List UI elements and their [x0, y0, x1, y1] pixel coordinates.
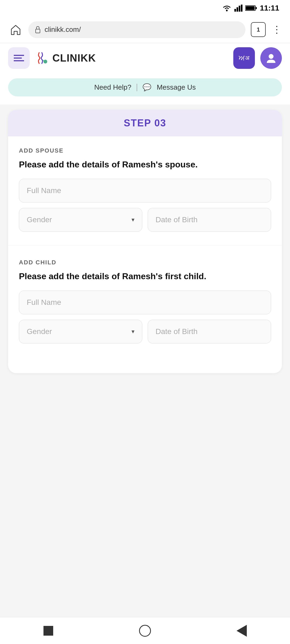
svg-rect-4: [241, 5, 242, 12]
spouse-section-description: Please add the details of Ramesh's spous…: [19, 159, 271, 171]
bottom-nav: [0, 617, 290, 644]
child-full-name-input[interactable]: [19, 291, 271, 314]
step-title: STEP 03: [124, 117, 166, 129]
spouse-full-name-input[interactable]: [19, 179, 271, 203]
status-icons: 11:11: [222, 4, 279, 12]
battery-icon: [245, 5, 257, 11]
child-dob-input[interactable]: Date of Birth: [148, 320, 271, 343]
menu-button[interactable]: [8, 47, 30, 69]
url-text: clinikk.com/: [45, 25, 81, 34]
nav-stop-button[interactable]: [39, 621, 58, 640]
status-time: 11:11: [260, 4, 279, 12]
child-section-description: Please add the details of Ramesh's first…: [19, 270, 271, 282]
language-icon: ਅ: [239, 54, 245, 62]
spouse-section-label: ADD SPOUSE: [19, 147, 271, 154]
child-gender-chevron-icon: ▾: [131, 328, 134, 335]
lock-icon: [35, 26, 41, 33]
child-gender-select[interactable]: Gender ▾: [19, 320, 142, 343]
spouse-gender-label: Gender: [27, 215, 52, 224]
tab-count-button[interactable]: 1: [251, 22, 266, 37]
whatsapp-icon: 💬: [143, 83, 151, 92]
message-us-text: Message Us: [157, 83, 196, 92]
status-bar: 11:11: [0, 0, 290, 16]
user-icon: [266, 53, 276, 63]
address-bar[interactable]: clinikk.com/: [28, 21, 245, 38]
help-banner[interactable]: Need Help? 💬 Message Us: [8, 78, 282, 96]
add-spouse-section: ADD SPOUSE Please add the details of Ram…: [8, 136, 282, 245]
step-card: STEP 03 ADD SPOUSE Please add the detail…: [8, 110, 282, 373]
app-header: CLINIKK ਅ अ: [0, 43, 290, 73]
spouse-form-row: Gender ▾ Date of Birth: [19, 208, 271, 232]
step-header: STEP 03: [8, 110, 282, 136]
home-circle-icon: [139, 625, 151, 637]
logo-text: CLINIKK: [52, 52, 96, 64]
svg-rect-8: [36, 29, 40, 33]
nav-spacer: [0, 384, 290, 416]
bottom-spacer: [8, 357, 282, 373]
child-dob-placeholder: Date of Birth: [156, 327, 198, 336]
need-help-text: Need Help?: [94, 83, 131, 92]
signal-icon: [234, 5, 242, 12]
browser-bar: clinikk.com/ 1 ⋮: [0, 16, 290, 43]
svg-point-14: [269, 54, 274, 59]
hamburger-icon: [14, 54, 24, 62]
profile-button[interactable]: [260, 47, 282, 69]
wifi-icon: [222, 5, 232, 12]
add-child-section: ADD CHILD Please add the details of Rame…: [8, 245, 282, 357]
svg-rect-1: [234, 9, 236, 12]
browser-home-button[interactable]: [8, 22, 23, 37]
spouse-gender-select[interactable]: Gender ▾: [19, 208, 142, 232]
spouse-dob-input[interactable]: Date of Birth: [148, 208, 271, 232]
clinikk-logo-icon: [35, 51, 49, 65]
nav-back-button[interactable]: [232, 621, 251, 640]
child-form-row: Gender ▾ Date of Birth: [19, 320, 271, 343]
language-button[interactable]: ਅ अ: [233, 47, 255, 69]
browser-more-button[interactable]: ⋮: [271, 22, 282, 37]
nav-home-button[interactable]: [136, 621, 154, 640]
spouse-gender-chevron-icon: ▾: [131, 216, 134, 223]
logo-area: CLINIKK: [35, 51, 228, 65]
child-gender-label: Gender: [27, 327, 52, 336]
back-arrow-icon: [237, 625, 247, 637]
svg-point-0: [226, 10, 228, 11]
stop-icon: [43, 626, 53, 636]
help-divider: [137, 84, 137, 91]
svg-rect-6: [255, 7, 257, 9]
svg-rect-3: [239, 6, 240, 12]
svg-point-12: [43, 60, 47, 63]
svg-rect-7: [246, 6, 255, 10]
child-section-label: ADD CHILD: [19, 259, 271, 266]
svg-rect-2: [237, 7, 238, 12]
help-bar: Need Help? 💬 Message Us: [0, 73, 290, 104]
spouse-dob-placeholder: Date of Birth: [156, 215, 198, 224]
main-content: STEP 03 ADD SPOUSE Please add the detail…: [0, 104, 290, 384]
